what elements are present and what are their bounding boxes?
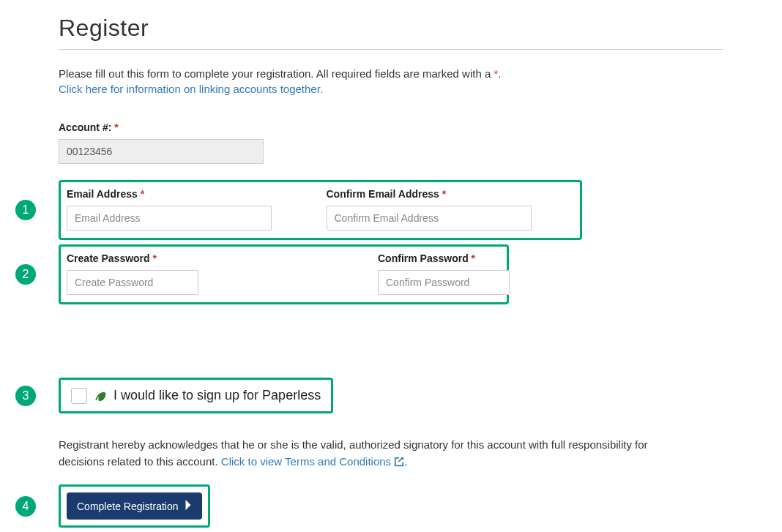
paperless-label: I would like to sign up for Paperless (113, 388, 321, 403)
intro-text-block: Please fill out this form to complete yo… (59, 67, 723, 80)
step-badge-1: 1 (15, 200, 36, 220)
account-number-label-row: Account #: * (59, 121, 723, 133)
account-number-block: Account #: * (59, 121, 723, 164)
email-input[interactable] (67, 206, 272, 231)
create-password-input[interactable] (67, 270, 198, 295)
required-mark: * (150, 252, 157, 264)
confirm-email-label-row: Confirm Email Address * (327, 188, 575, 200)
email-label-row: Email Address * (67, 188, 321, 200)
submit-highlight-box: 4 Complete Registration (59, 484, 210, 528)
terms-block: Registrant hereby acknowledges that he o… (59, 437, 681, 470)
title-divider (59, 49, 723, 50)
external-link-icon (394, 455, 404, 468)
email-label: Email Address (67, 188, 138, 200)
password-highlight-box: 2 Create Password * Confirm Password * (59, 244, 509, 304)
intro-period: . (498, 67, 501, 80)
confirm-password-label: Confirm Password (378, 252, 469, 264)
create-password-label-row: Create Password * (67, 252, 372, 264)
intro-text: Please fill out this form to complete yo… (59, 67, 494, 80)
create-password-label: Create Password (67, 252, 150, 264)
paperless-checkbox[interactable] (71, 388, 87, 404)
linking-accounts-link[interactable]: Click here for information on linking ac… (59, 83, 323, 95)
email-highlight-box: 1 Email Address * Confirm Email Address … (59, 180, 582, 240)
terms-period: . (404, 455, 407, 468)
step-badge-4: 4 (15, 496, 36, 517)
step-badge-3: 3 (15, 386, 36, 406)
complete-registration-button[interactable]: Complete Registration (67, 492, 202, 520)
required-mark: * (469, 252, 475, 264)
paperless-highlight-box: 3 I would like to sign up for Paperless (59, 378, 333, 413)
terms-link[interactable]: Click to view Terms and Conditions (221, 455, 405, 468)
leaf-icon (93, 387, 108, 404)
confirm-password-label-row: Confirm Password * (378, 252, 510, 264)
step-badge-2: 2 (15, 264, 36, 285)
submit-button-label: Complete Registration (77, 501, 179, 512)
chevron-right-icon (185, 500, 192, 512)
required-mark: * (439, 188, 446, 200)
confirm-email-label: Confirm Email Address (327, 188, 439, 200)
account-number-input (59, 139, 264, 164)
account-number-label: Account #: (59, 121, 111, 133)
confirm-email-input[interactable] (327, 206, 532, 231)
page-title: Register (59, 15, 723, 42)
confirm-password-input[interactable] (378, 270, 510, 295)
required-mark: * (138, 188, 144, 200)
required-mark: * (111, 121, 118, 133)
